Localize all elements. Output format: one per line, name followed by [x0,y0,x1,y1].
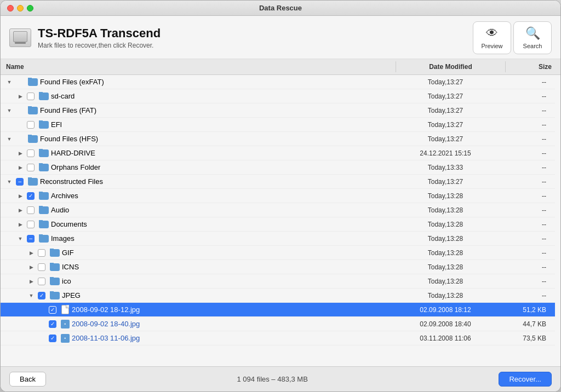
date-cell: Today,13:27 [391,121,500,129]
file-list[interactable]: ▼ Found Files (exFAT) Today,13:27 -- ▶ s… [1,75,560,366]
search-icon: 🔍 [525,26,540,41]
table-row[interactable]: ▼ Found Files (exFAT) Today,13:27 -- [1,75,555,89]
checkbox[interactable]: ✓ [27,192,35,200]
collapse-icon[interactable]: ▼ [5,135,14,143]
checkbox[interactable] [27,149,35,157]
checkbox[interactable] [38,278,45,285]
file-name: JPEG [62,291,81,299]
image-file-icon: ▪ [61,320,70,328]
spacer [38,334,47,343]
folder-icon [39,93,49,100]
checkbox[interactable]: ✓ [38,292,45,299]
file-name: EFI [51,120,62,129]
date-cell: 24.12.2021 15:15 [391,149,500,157]
table-row[interactable]: ▼ Found Files (FAT) Today,13:27 -- [1,103,555,118]
back-button[interactable]: Back [9,372,46,387]
name-cell: ▶ Documents [1,220,391,229]
collapse-icon[interactable]: ▼ [5,78,14,87]
file-name: 2008-09-02 18-12.jpg [72,305,140,314]
expand-icon[interactable]: ▶ [16,206,25,215]
table-row[interactable]: ▶ Documents Today,13:28 -- [1,217,555,232]
table-row[interactable]: ▼ Found Files (HFS) Today,13:27 -- [1,132,555,146]
date-cell: Today,13:28 [391,263,500,271]
size-cell: -- [500,178,555,186]
maximize-button[interactable] [27,5,33,11]
file-name: HARD-DRIVE [51,149,95,157]
table-row[interactable]: ▶ ICNS Today,13:28 -- [1,260,555,274]
size-cell: -- [500,235,555,243]
checkbox[interactable] [27,221,35,228]
name-cell: ✓ ▪ 2008-11-03 11-06.jpg [1,334,391,343]
table-row[interactable]: ▼ ✓ JPEG Today,13:28 -- [1,289,555,303]
table-row[interactable]: ▶ GIF Today,13:28 -- [1,246,555,260]
table-row[interactable]: EFI Today,13:27 -- [1,118,555,132]
checkbox[interactable] [27,93,35,100]
date-cell: Today,13:28 [391,292,500,299]
folder-icon [39,221,49,228]
table-row[interactable]: ▼ − Reconstructed Files Today,13:27 -- [1,175,555,189]
expand-icon[interactable]: ▶ [16,163,25,172]
title-bar: Data Rescue [1,1,560,16]
expand-icon[interactable]: ▶ [16,220,25,229]
table-row[interactable]: ▶ sd-card Today,13:27 -- [1,89,555,103]
file-name: ico [62,277,71,285]
expand-icon[interactable]: ▶ [16,149,25,158]
checkbox[interactable] [38,263,45,271]
file-name: Reconstructed Files [40,177,103,186]
checkbox[interactable] [27,121,35,129]
checkbox[interactable]: ✓ [49,320,56,328]
preview-button[interactable]: 👁 Preview [473,21,511,54]
size-cell: -- [500,78,555,86]
close-button[interactable] [7,5,14,11]
col-name: Name [1,61,396,72]
size-cell: 51,2 KB [500,306,555,314]
traffic-lights [7,5,33,11]
date-cell: 02.09.2008 18:12 [391,306,500,314]
search-button[interactable]: 🔍 Search [513,21,552,54]
minimize-button[interactable] [17,5,24,11]
folder-icon [39,149,49,157]
date-cell: Today,13:28 [391,235,500,243]
date-cell: Today,13:27 [391,78,500,86]
file-icon [61,305,69,314]
table-row[interactable]: ✓ 2008-09-02 18-12.jpg 02.09.2008 18:12 … [1,303,555,317]
date-cell: 03.11.2008 11:06 [391,335,500,342]
checkbox[interactable]: − [16,178,24,186]
size-cell: 44,7 KB [500,320,555,328]
size-cell: -- [500,221,555,228]
footer: Back 1 094 files – 483,3 MB Recover... [1,366,560,391]
checkbox[interactable] [27,164,35,171]
collapse-icon[interactable]: ▼ [27,291,36,300]
expand-icon[interactable]: ▶ [27,249,36,257]
file-name: ICNS [62,263,79,271]
folder-icon [50,263,60,271]
table-row[interactable]: ▶ ✓ Archives Today,13:28 -- [1,189,555,203]
recover-button[interactable]: Recover... [499,372,552,387]
table-row[interactable]: ▶ Audio Today,13:28 -- [1,203,555,217]
expand-icon[interactable]: ▶ [27,277,36,286]
folder-icon [28,178,38,186]
checkbox[interactable]: ✓ [49,306,56,314]
table-row[interactable]: ▶ HARD-DRIVE 24.12.2021 15:15 -- [1,146,555,160]
date-cell: 02.09.2008 18:40 [391,320,500,328]
folder-icon [39,206,49,214]
collapse-icon[interactable]: ▼ [5,106,14,115]
table-row[interactable]: ▼ − Images Today,13:28 -- [1,232,555,246]
expand-icon[interactable]: ▶ [16,192,25,200]
table-row[interactable]: ✓ ▪ 2008-09-02 18-40.jpg 02.09.2008 18:4… [1,317,555,331]
checkbox[interactable]: − [27,235,35,243]
expand-icon[interactable]: ▶ [27,263,36,272]
spacer [38,320,47,328]
checkbox[interactable] [27,206,35,214]
expand-icon[interactable]: ▶ [16,92,25,101]
collapse-icon[interactable]: ▼ [16,234,25,243]
spacer [38,305,47,314]
collapse-icon[interactable]: ▼ [5,177,14,186]
checkbox[interactable]: ✓ [49,335,56,342]
size-cell: 73,5 KB [500,335,555,342]
table-row[interactable]: ▶ Orphans Folder Today,13:33 -- [1,160,555,175]
table-row[interactable]: ✓ ▪ 2008-11-03 11-06.jpg 03.11.2008 11:0… [1,331,555,345]
date-cell: Today,13:27 [391,135,500,143]
checkbox[interactable] [38,249,45,257]
table-row[interactable]: ▶ ico Today,13:28 -- [1,274,555,289]
